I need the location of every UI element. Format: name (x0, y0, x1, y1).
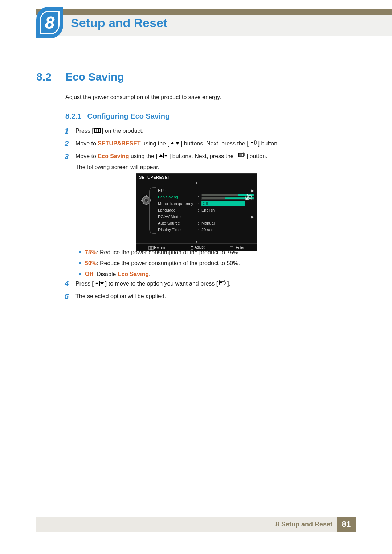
chevron-right-icon: ▶ (251, 189, 254, 193)
menu-icon (94, 127, 101, 136)
step-text: using the [ (129, 153, 158, 159)
step-text: Press [ (75, 280, 94, 287)
section-intro: Adjust the power consumption of the prod… (65, 94, 221, 100)
svg-point-13 (144, 198, 148, 202)
enter-icon (238, 152, 246, 161)
footer-chapter: 8 Setup and Reset (275, 517, 332, 532)
step-text: ] button. (246, 153, 268, 159)
up-down-icon (158, 152, 168, 161)
svg-line-18 (143, 197, 144, 198)
step-number: 1 (65, 127, 75, 135)
step-text: Press [ (75, 128, 94, 134)
bullet-text: . (149, 271, 150, 277)
chapter-title: Setup and Reset (71, 16, 167, 30)
osd-screenshot: SETUP&RESET ▲ HUB▶ Eco Saving: 75% 50% M… (136, 173, 257, 244)
footer-band: 8 Setup and Reset 81 (36, 517, 356, 532)
bullet-75: •75%: Reduce the power consumption of th… (75, 247, 344, 258)
footer-chapter-number: 8 (275, 521, 279, 528)
bullet-label: Off (85, 271, 93, 277)
manual-page: 8 Setup and Reset 8.2 Eco Saving Adjust … (0, 0, 392, 554)
bullet-label: 75% (85, 249, 97, 255)
svg-rect-7 (251, 142, 253, 143)
step-4: 4 Press [] to move to the option you wan… (65, 279, 355, 288)
enter-icon (219, 280, 226, 288)
bullet-50: •50%: Reduce the power consumption of th… (75, 258, 344, 268)
osd-row-auto-source: Auto Source:Manual (158, 220, 254, 226)
bullet-text: : Disable (93, 271, 118, 277)
up-down-icon (94, 280, 105, 288)
bullet-text: : Reduce the power consumption of the pr… (97, 260, 240, 266)
section-number: 8.2 (36, 71, 52, 83)
step-text: Move to (75, 140, 98, 147)
step-number: 4 (65, 279, 75, 288)
step-text: Move to (75, 153, 98, 159)
step-text: using the [ (141, 140, 169, 147)
bullet-eco: Eco Saving (118, 271, 149, 277)
subsection-title: Configuring Eco Saving (87, 112, 170, 120)
osd-scroll-down-icon: ▼ (136, 239, 257, 243)
step-text: ] to move to the option you want and pre… (105, 280, 218, 287)
osd-title: SETUP&RESET (136, 174, 257, 181)
osd-value-off: Off (201, 201, 245, 206)
step-text: ]. (227, 280, 230, 287)
bullet-icon: • (75, 247, 85, 257)
chevron-right-icon: ▶ (251, 215, 254, 219)
subsection-heading: 8.2.1Configuring Eco Saving (65, 112, 170, 120)
step-number: 5 (65, 292, 75, 301)
step-number: 2 (65, 139, 75, 148)
step-text: ] button. (258, 140, 279, 147)
step-text: ] on the product. (102, 128, 144, 134)
step-list-continued: 4 Press [] to move to the option you wan… (65, 279, 355, 304)
chapter-number: 8 (45, 13, 55, 33)
bullet-off: •Off: Disable Eco Saving. (75, 269, 344, 279)
bullet-icon: • (75, 269, 85, 279)
chapter-number-badge: 8 (36, 7, 63, 38)
svg-rect-0 (95, 128, 101, 133)
bullet-icon: • (75, 258, 85, 268)
osd-row-display-time: Display Time:20 sec (158, 226, 254, 233)
enter-icon (249, 140, 257, 148)
step-text: The selected option will be applied. (75, 293, 166, 299)
bullet-list: •75%: Reduce the power consumption of th… (75, 247, 344, 280)
step-2: 2 Move to SETUP&RESET using the [] butto… (65, 139, 355, 148)
osd-scroll-up-icon: ▲ (136, 181, 257, 185)
osd-bar-50-label: 50% (245, 197, 252, 201)
footer-page-number: 81 (337, 517, 356, 532)
svg-line-20 (143, 203, 144, 204)
menu-name: SETUP&RESET (98, 140, 140, 147)
up-down-icon (170, 140, 180, 148)
osd-row-eco-saving: Eco Saving: 75% 50% (158, 194, 254, 200)
svg-rect-11 (239, 155, 242, 156)
step-5: 5 The selected option will be applied. (65, 292, 355, 301)
step-tail: The following screen will appear. (75, 163, 355, 172)
step-list: 1 Press [] on the product. 2 Move to SET… (65, 127, 355, 175)
header-accent-bar (36, 9, 392, 15)
osd-row-pcav: PC/AV Mode▶ (158, 213, 254, 220)
bullet-label: 50% (85, 260, 97, 266)
section-title: Eco Saving (65, 71, 124, 83)
step-1: 1 Press [] on the product. (65, 127, 355, 136)
bullet-text: : Reduce the power consumption of the pr… (97, 249, 240, 255)
footer-chapter-title: Setup and Reset (281, 521, 332, 528)
step-text: ] buttons. Next, press the [ (181, 140, 249, 147)
osd-row-menu-transparency: Menu Transparency:Off (158, 200, 254, 207)
subsection-number: 8.2.1 (65, 112, 81, 120)
osd-row-hub: HUB▶ (158, 187, 254, 194)
menu-name: Eco Saving (98, 153, 129, 159)
step-3: 3 Move to Eco Saving using the [] button… (65, 152, 355, 172)
step-text: ] buttons. Next, press the [ (169, 153, 237, 159)
osd-row-language: Language:English (158, 207, 254, 213)
step-number: 3 (65, 152, 75, 161)
svg-rect-29 (220, 282, 222, 283)
